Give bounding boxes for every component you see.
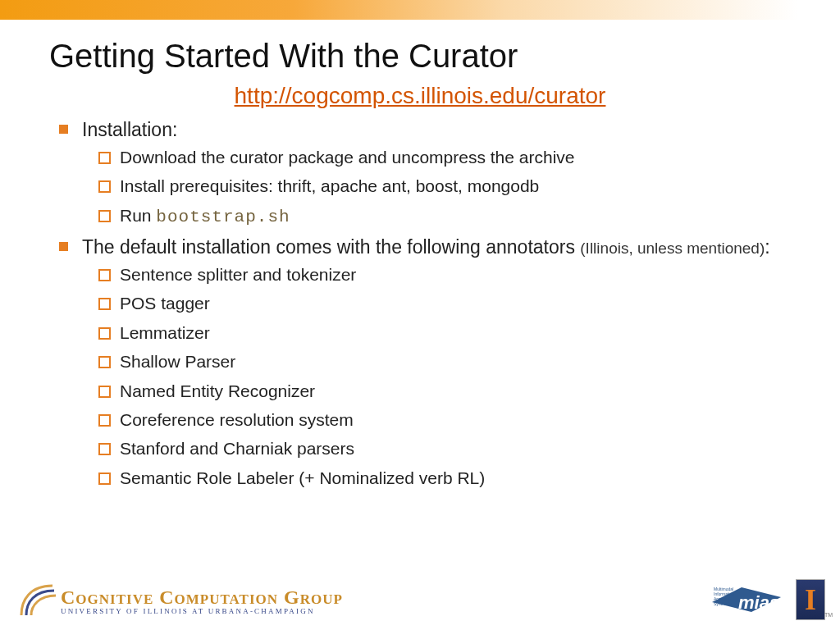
sub-item: Coreference resolution system xyxy=(82,409,791,431)
sub-item: Named Entity Recognizer xyxy=(82,380,791,403)
sub-item: Semantic Role Labeler (+ Nominalized ver… xyxy=(82,467,791,490)
run-label: Run xyxy=(120,206,156,225)
annotators-main: The default installation comes with the … xyxy=(82,236,580,258)
sub-item: Lemmatizer xyxy=(82,322,791,345)
trademark: TM xyxy=(824,612,833,618)
ccg-logo: Cognitive Computation Group University o… xyxy=(15,581,343,620)
illinois-logo: I TM xyxy=(796,579,825,620)
curator-link[interactable]: http://cogcomp.cs.illinois.edu/curator xyxy=(235,83,606,108)
bullet-annotators: The default installation comes with the … xyxy=(49,235,791,490)
page-title: Getting Started With the Curator xyxy=(49,38,791,75)
ccg-university: University of Illinois at Urbana-Champai… xyxy=(61,607,343,615)
sub-list-annotators: Sentence splitter and tokenizer POS tagg… xyxy=(82,263,791,490)
slide-content: Getting Started With the Curator http://… xyxy=(0,20,840,490)
sub-list-installation: Download the curator package and uncompr… xyxy=(82,146,791,229)
ccg-swoosh-icon xyxy=(15,581,59,620)
sub-item: POS tagger xyxy=(82,292,791,315)
mias-big: mias xyxy=(738,592,779,613)
sub-item: Download the curator package and uncompr… xyxy=(82,146,791,169)
sub-item: Stanford and Charniak parsers xyxy=(82,437,791,460)
bullet-installation: Installation: Download the curator packa… xyxy=(49,117,791,229)
footer: Cognitive Computation Group University o… xyxy=(0,579,840,620)
annotators-paren: (Illinois, unless mentioned) xyxy=(580,240,765,257)
bullet-installation-label: Installation: xyxy=(82,119,177,140)
right-logos: Multimodal Information Access & Synthesi… xyxy=(709,579,825,620)
mias-logo: Multimodal Information Access & Synthesi… xyxy=(709,579,784,620)
sub-item: Shallow Parser xyxy=(82,350,791,373)
annotators-colon: : xyxy=(765,236,769,258)
sub-item: Install prerequisites: thrift, apache an… xyxy=(82,175,791,198)
ccg-name: Cognitive Computation Group xyxy=(61,587,343,609)
illinois-i-letter: I xyxy=(805,585,816,614)
top-banner xyxy=(0,0,840,20)
mias-word4: Synthesis xyxy=(714,601,732,606)
link-row: http://cogcomp.cs.illinois.edu/curator xyxy=(49,83,791,109)
top-list: Installation: Download the curator packa… xyxy=(49,117,791,490)
sub-item: Run bootstrap.sh xyxy=(82,204,791,229)
sub-item: Sentence splitter and tokenizer xyxy=(82,263,791,286)
code-text: bootstrap.sh xyxy=(156,208,290,226)
